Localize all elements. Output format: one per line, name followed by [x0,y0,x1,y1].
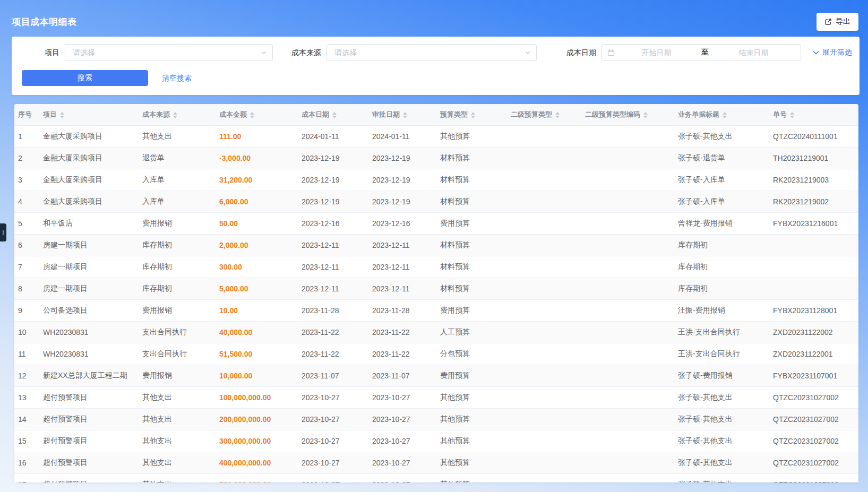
col-header-approve-date[interactable]: 审批日期 [368,104,436,126]
cell-doc-title: 张子硕-其他支出 [674,387,769,409]
cell-approve-date: 2023-10-27 [368,430,436,452]
cell-amount: 200,000,000.00 [216,409,298,430]
col-header-source[interactable]: 成本来源 [139,104,216,126]
sort-caret-icon[interactable] [250,112,254,118]
cell-doc-no: TH20231219001 [769,148,858,169]
cell-cost-date: 2023-11-22 [298,343,368,365]
cell-project: 金融大厦采购项目 [39,126,139,148]
cost-table: 序号 项目 成本来源 成本金额 成本日期 审批日期 预算类型 二级预算类型 二级… [14,104,858,482]
cell-budget-type: 材料预算 [436,191,507,213]
cell-amount: 6,000.00 [216,191,298,213]
clear-search-link[interactable]: 清空搜索 [162,70,192,86]
cell-amount: 50.00 [216,213,298,235]
expand-filters-link[interactable]: 展开筛选 [812,44,852,61]
cell-budget-type: 人工预算 [436,322,507,343]
end-date-input[interactable] [712,48,795,57]
side-panel-handle[interactable]: ❙ [0,223,6,241]
sort-caret-icon[interactable] [643,112,648,118]
cell-sub-budget-type [507,213,581,235]
cell-budget-type: 其他预算 [436,126,507,148]
cell-project: WH20230831 [39,343,139,365]
cell-project: 房建一期项目 [39,278,139,300]
cell-source: 库存期初 [139,235,216,256]
cell-project: 超付预警项目 [39,430,139,452]
col-header-sub-budget-type[interactable]: 二级预算类型 [507,104,581,126]
start-date-input[interactable] [615,48,698,57]
sort-caret-icon[interactable] [790,112,794,118]
col-header-index: 序号 [14,104,39,126]
table-row: 4 金融大厦采购项目 入库单 6,000.00 2023-12-19 2023-… [14,191,858,213]
cell-approve-date: 2023-12-19 [368,191,436,213]
cell-cost-date: 2023-10-27 [298,409,368,430]
col-header-sub-budget-code[interactable]: 二级预算类型编码 [581,104,674,126]
source-select[interactable] [326,44,537,61]
cell-budget-type: 材料预算 [436,256,507,278]
cell-doc-no: RK20231219003 [769,169,858,191]
sort-caret-icon[interactable] [173,112,177,118]
cell-budget-type: 材料预算 [436,169,507,191]
sort-caret-icon[interactable] [471,112,475,118]
export-button[interactable]: 导出 [817,13,858,31]
cell-cost-date: 2023-11-28 [298,300,368,322]
cell-source: 其他支出 [139,452,216,474]
cell-doc-no: QTZC20231027002 [769,409,858,430]
cell-doc-title: 张子硕-入库单 [674,169,769,191]
cell-sub-budget-code [581,213,674,235]
col-header-project[interactable]: 项目 [39,104,139,126]
source-select-input[interactable] [333,48,521,57]
sort-caret-icon[interactable] [723,112,727,118]
cell-sub-budget-type [507,191,581,213]
cell-cost-date: 2023-11-07 [298,365,368,387]
cell-source: 费用报销 [139,365,216,387]
sort-caret-icon[interactable] [60,112,64,118]
chevron-down-icon [525,49,531,56]
project-filter-label: 项目 [36,44,59,61]
cell-doc-title: 曾祥龙-费用报销 [674,213,769,235]
col-header-doc-title[interactable]: 业务单据标题 [674,104,769,126]
project-select-input[interactable] [72,48,257,57]
sort-caret-icon[interactable] [332,112,337,118]
col-header-cost-date[interactable]: 成本日期 [298,104,368,126]
table-row: 1 金融大厦采购项目 其他支出 111.00 2024-01-11 2024-0… [14,126,858,148]
date-range-picker[interactable]: 至 [601,44,801,61]
cell-cost-date: 2023-12-11 [298,235,368,256]
page-title: 项目成本明细表 [12,16,77,28]
cell-index: 6 [14,235,39,256]
sort-caret-icon[interactable] [403,112,407,118]
sort-caret-icon[interactable] [555,112,560,118]
cell-doc-no: ZXD20231122002 [769,322,858,343]
cell-sub-budget-type [507,148,581,169]
cell-sub-budget-code [581,430,674,452]
cell-amount: 10,000.00 [216,365,298,387]
cell-sub-budget-code [581,322,674,343]
search-button[interactable]: 搜索 [22,70,148,86]
cell-source: 其他支出 [139,126,216,148]
cell-sub-budget-type [507,256,581,278]
cell-index: 17 [14,474,39,483]
table-row: 13 超付预警项目 其他支出 100,000,000.00 2023-10-27… [14,387,858,409]
cell-amount: 100,000,000.00 [216,387,298,409]
cell-approve-date: 2023-12-11 [368,235,436,256]
cell-doc-title: 王洪-支出合同执行 [674,322,769,343]
col-header-amount[interactable]: 成本金额 [216,104,298,126]
col-header-doc-no[interactable]: 单号 [769,104,858,126]
table-row: 15 超付预警项目 其他支出 300,000,000.00 2023-10-27… [14,430,858,452]
table-row: 9 公司备选项目 费用报销 10.00 2023-11-28 2023-11-2… [14,300,858,322]
cell-budget-type: 材料预算 [436,278,507,300]
cell-doc-no: QTZC20231027002 [769,452,858,474]
project-select[interactable] [65,44,273,61]
cell-source: 费用报销 [139,213,216,235]
cell-approve-date: 2023-10-27 [368,452,436,474]
cell-cost-date: 2023-12-16 [298,213,368,235]
cell-amount: 111.00 [216,126,298,148]
cell-project: 和平饭店 [39,213,139,235]
chevron-down-icon [261,49,267,56]
cell-doc-title: 张子硕-其他支出 [674,430,769,452]
cell-doc-title: 库存期初 [674,235,769,256]
cell-doc-title: 张子硕-入库单 [674,191,769,213]
col-header-budget-type[interactable]: 预算类型 [436,104,507,126]
cost-table-body: 1 金融大厦采购项目 其他支出 111.00 2024-01-11 2024-0… [14,126,858,483]
cell-amount: -3,000.00 [216,148,298,169]
cell-cost-date: 2023-12-19 [298,148,368,169]
cell-doc-title: 张子硕-退货单 [674,148,769,169]
